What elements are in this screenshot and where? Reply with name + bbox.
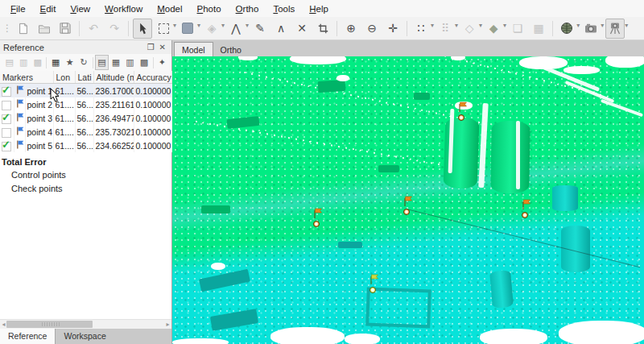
photos-camera-icon[interactable]	[581, 19, 601, 39]
model-pane: Model Ortho	[172, 40, 644, 344]
rectangle-selection-dropdown-icon[interactable]: ▾	[173, 22, 176, 29]
table-row[interactable]: point 4 61.... 56.... 235.730212 0.10000…	[0, 125, 171, 139]
measure-icon[interactable]: ⋀	[226, 19, 246, 39]
save-icon[interactable]	[56, 19, 75, 39]
marker-checkbox[interactable]: ✓	[2, 142, 10, 151]
menu-view[interactable]: View	[63, 2, 97, 16]
marker-checkbox[interactable]	[2, 101, 10, 110]
table-row[interactable]: ✓ point 5 61.... 56.... 234.662520 0.100…	[0, 139, 171, 152]
point-cloud-dropdown-icon[interactable]: ▾	[431, 22, 434, 29]
menu-ortho[interactable]: Ortho	[229, 2, 266, 16]
control-points-row: Control points	[2, 170, 171, 184]
column-lon[interactable]: Lon	[53, 71, 75, 84]
tab-model[interactable]: Model	[174, 42, 213, 56]
marker-flag-3[interactable]	[402, 196, 415, 213]
tab-workspace[interactable]: Workspace	[56, 329, 114, 344]
zoom-in-icon[interactable]: ⊕	[341, 19, 361, 39]
panel-float-icon[interactable]: ❐	[145, 43, 157, 52]
table-row[interactable]: ✓ point 1 61.... 56.... 236.170000 0.100…	[0, 84, 171, 98]
table-row[interactable]: point 2 61.... 56.... 235.211616 0.10000…	[0, 97, 171, 111]
dense-cloud-dropdown-icon[interactable]: ▾	[455, 22, 458, 29]
measure-dropdown-icon[interactable]: ▾	[246, 22, 249, 29]
model-viewport[interactable]	[172, 56, 644, 344]
point-cloud-icon[interactable]: ∷	[411, 19, 431, 39]
menu-workflow[interactable]: Workflow	[97, 2, 150, 16]
menu-help[interactable]: Help	[302, 2, 336, 16]
draw-polygon-icon[interactable]: ∧	[271, 19, 291, 39]
delete-selection-icon[interactable]: ✕	[292, 19, 312, 39]
column-markers[interactable]: Markers	[0, 71, 53, 84]
reference-columns-icon[interactable]: ▩	[31, 55, 44, 70]
photos-dropdown-icon[interactable]: ▾	[601, 22, 604, 29]
reference-panel-title: Reference	[3, 43, 145, 52]
move-region-icon[interactable]	[178, 19, 197, 39]
tab-reference[interactable]: Reference	[0, 329, 56, 344]
undo-icon[interactable]: ↶	[84, 19, 103, 39]
dense-cloud-icon[interactable]: ⠿	[436, 19, 455, 39]
menu-edit[interactable]: Edit	[33, 2, 64, 16]
dem-icon[interactable]: ▦	[529, 19, 548, 39]
optimize-cameras-icon[interactable]: ★	[63, 55, 76, 70]
open-folder-icon[interactable]	[35, 19, 54, 39]
view-estimated-icon[interactable]: ▦	[109, 55, 122, 70]
horizontal-scrollbar[interactable]: ◂ ▸	[0, 319, 171, 329]
marker-lon: 61....	[53, 139, 75, 152]
white-streak	[516, 121, 520, 189]
scrollbar-thumb[interactable]	[6, 321, 93, 328]
orthomosaic-dropdown-icon[interactable]: ▾	[576, 22, 580, 29]
scroll-right-icon[interactable]: ▸	[164, 320, 171, 329]
marker-checkbox[interactable]	[2, 128, 10, 137]
show-cameras-dropdown-icon[interactable]: ▾	[625, 22, 628, 29]
settings-icon[interactable]: ✦	[155, 55, 169, 70]
table-row[interactable]: ✓ point 3 61.... 56.... 236.494778 0.100…	[0, 111, 171, 125]
reset-view-icon[interactable]: ✛	[383, 19, 402, 39]
menu-tools[interactable]: Tools	[266, 2, 302, 16]
marker-name: point 5	[25, 139, 53, 152]
marker-checkbox[interactable]: ✓	[2, 114, 10, 123]
column-lat[interactable]: Lati	[75, 71, 93, 84]
view-errors-icon[interactable]: ▥	[123, 55, 137, 70]
marker-flag-5-selected[interactable]	[369, 274, 382, 292]
column-altitude[interactable]: Altitude (m)	[93, 71, 134, 84]
marker-checkbox[interactable]: ✓	[2, 87, 10, 96]
navigation-arrow-icon[interactable]	[133, 19, 152, 39]
convert-reference-icon[interactable]: ▦	[48, 55, 62, 70]
update-transform-icon[interactable]: ↻	[76, 55, 90, 70]
rectangle-selection-icon[interactable]	[154, 19, 173, 39]
toolbar-separator	[79, 21, 80, 36]
menu-model[interactable]: Model	[150, 2, 189, 16]
zoom-out-icon[interactable]: ⊖	[362, 19, 382, 39]
rotate-region-icon[interactable]: ◈	[202, 19, 221, 39]
draw-polyline-icon[interactable]: ✎	[250, 19, 270, 39]
orthomosaic-globe-icon[interactable]	[557, 19, 576, 39]
marker-altitude: 235.730212	[93, 125, 134, 139]
export-reference-icon[interactable]: ▥	[16, 55, 30, 70]
model-shaded-dropdown-icon[interactable]: ▾	[479, 22, 482, 29]
white-gap	[211, 263, 225, 270]
view-source-icon[interactable]: ▤	[95, 55, 109, 70]
new-document-icon[interactable]	[14, 19, 33, 39]
tab-ortho[interactable]: Ortho	[213, 43, 249, 56]
model-textured-icon[interactable]: ◆	[484, 19, 503, 39]
mouse-cursor	[50, 88, 60, 102]
move-region-dropdown-icon[interactable]: ▾	[197, 22, 200, 29]
import-reference-icon[interactable]: ▤	[2, 55, 16, 70]
marker-name: point 4	[25, 125, 53, 139]
column-accuracy[interactable]: Accuracy	[134, 71, 171, 84]
view-variance-icon[interactable]: ▩	[137, 55, 151, 70]
model-shaded-icon[interactable]: ◇	[460, 19, 479, 39]
show-cameras-icon[interactable]	[605, 19, 625, 39]
marker-flag-4[interactable]	[521, 199, 534, 217]
marker-flag-2[interactable]	[312, 208, 325, 226]
crop-selection-icon[interactable]	[313, 19, 332, 39]
white-gap	[336, 75, 349, 81]
rotate-region-dropdown-icon[interactable]: ▾	[221, 22, 225, 29]
model-textured-dropdown-icon[interactable]: ▾	[503, 22, 506, 29]
tiled-model-icon[interactable]: ❏	[508, 19, 527, 39]
marker-name: point 2	[25, 97, 53, 111]
menu-file[interactable]: File	[3, 2, 33, 16]
panel-close-icon[interactable]: ✕	[157, 43, 168, 52]
marker-flag-1[interactable]	[457, 102, 470, 119]
redo-icon[interactable]: ↷	[105, 19, 124, 39]
menu-photo[interactable]: Photo	[190, 2, 229, 16]
